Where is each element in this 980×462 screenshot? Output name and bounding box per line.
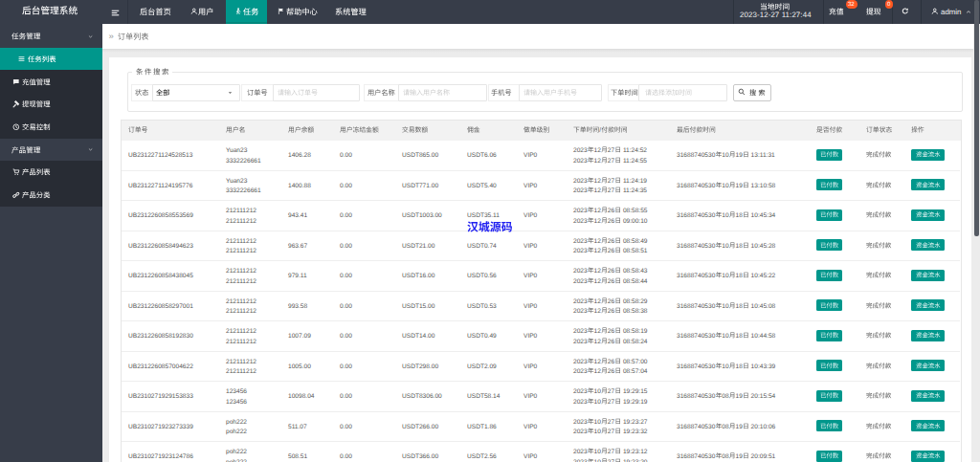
svg-text:12: 12 — [593, 187, 601, 194]
svg-text:2023: 2023 — [573, 218, 588, 225]
svg-text:1007.09: 1007.09 — [288, 333, 311, 340]
svg-text:2023: 2023 — [573, 177, 588, 184]
svg-text:11:24:55: 11:24:55 — [622, 158, 646, 165]
svg-text:USDT8306.00: USDT8306.00 — [402, 393, 442, 400]
svg-text:10: 10 — [723, 273, 730, 279]
svg-text:18: 18 — [736, 273, 744, 279]
svg-text:3332226661: 3332226661 — [226, 187, 261, 194]
svg-text:18: 18 — [736, 243, 744, 250]
svg-text:USDT0.49: USDT0.49 — [467, 333, 497, 340]
svg-text:10098.04: 10098.04 — [288, 393, 315, 400]
svg-text:31688740530: 31688740530 — [677, 183, 716, 189]
svg-text:10:44:58: 10:44:58 — [751, 333, 776, 340]
svg-text:19: 19 — [736, 424, 744, 430]
svg-text:10: 10 — [723, 183, 730, 189]
svg-text:10:45:28: 10:45:28 — [751, 243, 776, 250]
svg-text:08:58:38: 08:58:38 — [622, 308, 647, 315]
svg-text:19:23:32: 19:23:32 — [622, 429, 647, 435]
svg-text:19: 19 — [736, 152, 744, 159]
svg-text:08:58:29: 08:58:29 — [622, 297, 647, 304]
svg-text:0.00: 0.00 — [340, 212, 352, 219]
svg-text:27: 27 — [607, 399, 614, 406]
svg-text:12: 12 — [593, 368, 601, 375]
svg-text:12: 12 — [593, 308, 601, 315]
svg-text:VIP0: VIP0 — [523, 243, 538, 250]
svg-text:VIP0: VIP0 — [523, 183, 538, 189]
svg-text:12: 12 — [593, 177, 601, 184]
svg-text:VIP0: VIP0 — [523, 393, 538, 400]
svg-text:27: 27 — [607, 147, 614, 154]
svg-text:2023: 2023 — [573, 358, 588, 364]
svg-text:USDT771.00: USDT771.00 — [402, 183, 438, 189]
svg-text:poh222: poh222 — [226, 449, 247, 455]
svg-text:2023: 2023 — [573, 368, 588, 375]
svg-text:USDT1.86: USDT1.86 — [467, 424, 497, 430]
svg-text:0.00: 0.00 — [340, 393, 352, 400]
svg-text:212111212: 212111212 — [226, 368, 256, 375]
svg-text:12: 12 — [593, 158, 601, 165]
svg-text:USDT0.53: USDT0.53 — [467, 303, 497, 310]
svg-text:VIP0: VIP0 — [523, 273, 538, 279]
svg-text:08: 08 — [723, 453, 730, 460]
svg-text:11:27:44: 11:27:44 — [781, 11, 811, 19]
svg-text:USDT21.00: USDT21.00 — [402, 243, 435, 250]
svg-text:0.00: 0.00 — [340, 333, 352, 340]
svg-text:12: 12 — [593, 218, 601, 225]
svg-text:UB2312260858438045: UB2312260858438045 — [128, 273, 193, 279]
svg-text:0.00: 0.00 — [340, 183, 352, 189]
svg-text:VIP0: VIP0 — [523, 363, 538, 370]
svg-text:2023: 2023 — [573, 237, 588, 244]
svg-text:31688740530: 31688740530 — [677, 333, 716, 340]
svg-text:10: 10 — [593, 429, 601, 435]
svg-text:943.41: 943.41 — [288, 212, 307, 219]
svg-text:27: 27 — [607, 388, 614, 395]
svg-text:3332226661: 3332226661 — [226, 158, 261, 165]
svg-text:USDT266.00: USDT266.00 — [402, 424, 438, 430]
svg-text:2023: 2023 — [573, 449, 588, 455]
svg-text:UB2312260858192830: UB2312260858192830 — [128, 333, 193, 340]
svg-text:20:15:54: 20:15:54 — [751, 393, 776, 400]
svg-text:2023: 2023 — [573, 328, 588, 335]
svg-text:Yuan23: Yuan23 — [226, 177, 248, 184]
svg-text:31688740530: 31688740530 — [677, 273, 716, 279]
svg-text:1005.00: 1005.00 — [288, 363, 311, 370]
svg-text:USDT2.56: USDT2.56 — [467, 453, 497, 460]
svg-text:10: 10 — [723, 363, 730, 370]
svg-text:Yuan23: Yuan23 — [226, 147, 248, 154]
svg-text:0.00: 0.00 — [340, 363, 352, 370]
svg-text:USDT0.74: USDT0.74 — [467, 243, 497, 250]
svg-text:18: 18 — [736, 363, 744, 370]
svg-text:08:58:51: 08:58:51 — [622, 248, 647, 254]
svg-text:USDT6.06: USDT6.06 — [467, 152, 497, 159]
svg-text:212111212: 212111212 — [226, 268, 256, 275]
svg-text:USDT366.00: USDT366.00 — [402, 453, 438, 460]
svg-text:19:23:27: 19:23:27 — [622, 418, 647, 425]
svg-text:0: 0 — [887, 2, 891, 9]
svg-text:08:57:04: 08:57:04 — [622, 368, 647, 375]
svg-text:08:58:19: 08:58:19 — [622, 328, 647, 335]
svg-text:2023: 2023 — [573, 388, 588, 395]
svg-text:212111212: 212111212 — [226, 248, 256, 254]
svg-text:0.00: 0.00 — [340, 424, 352, 430]
svg-text:26: 26 — [607, 368, 614, 375]
svg-text:26: 26 — [607, 248, 614, 254]
svg-text:13:10:58: 13:10:58 — [751, 183, 776, 189]
svg-text:10: 10 — [593, 459, 601, 462]
svg-text:212111212: 212111212 — [226, 278, 256, 285]
svg-text:212111212: 212111212 — [226, 297, 256, 304]
svg-text:12: 12 — [593, 248, 601, 254]
svg-text:08:58:49: 08:58:49 — [622, 237, 647, 244]
svg-text:10:45:34: 10:45:34 — [751, 212, 776, 219]
svg-text:13:11:31: 13:11:31 — [751, 152, 775, 159]
svg-text:32: 32 — [848, 2, 855, 9]
svg-text:2023: 2023 — [573, 208, 588, 214]
svg-text:31688740530: 31688740530 — [677, 212, 716, 219]
svg-text:10: 10 — [593, 388, 601, 395]
svg-text:0.00: 0.00 — [340, 273, 352, 279]
svg-text:511.07: 511.07 — [288, 424, 307, 430]
svg-text:11:24:52: 11:24:52 — [622, 147, 646, 154]
svg-text:1400.88: 1400.88 — [288, 183, 311, 189]
svg-text:08:58:43: 08:58:43 — [622, 268, 647, 275]
svg-text:19:23:12: 19:23:12 — [622, 449, 647, 455]
svg-text:19:29:19: 19:29:19 — [622, 399, 647, 406]
